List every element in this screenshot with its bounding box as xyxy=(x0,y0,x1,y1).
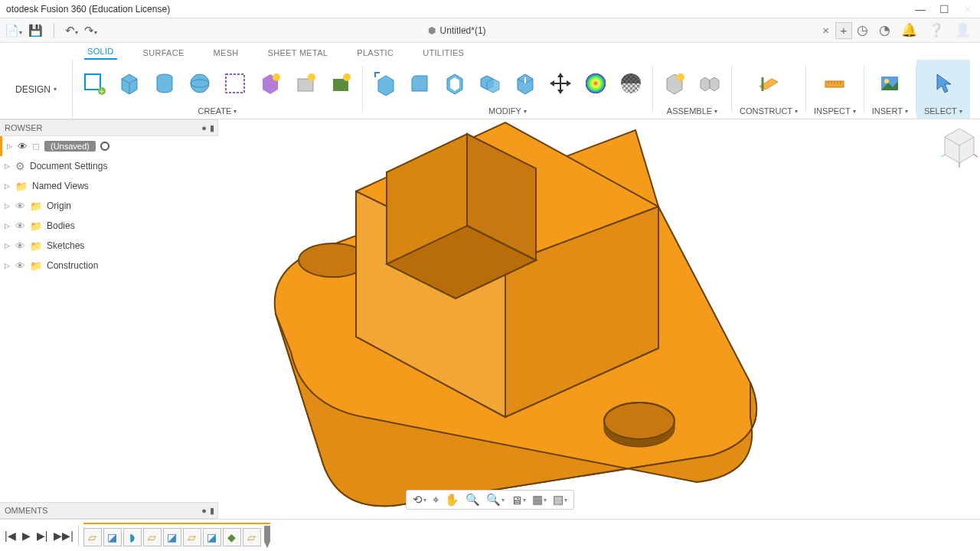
timeline-play-button[interactable]: ▶ xyxy=(22,530,31,542)
activate-radio-icon[interactable] xyxy=(100,142,109,151)
svg-point-17 xyxy=(621,73,641,93)
pan-icon[interactable]: ✋ xyxy=(445,493,459,507)
svg-text:+: + xyxy=(100,87,104,96)
viewport-3d[interactable] xyxy=(230,115,781,513)
workspace-switcher[interactable]: DESIGN▾ xyxy=(0,60,73,119)
move-icon[interactable] xyxy=(547,70,574,97)
help-icon[interactable]: ❔ xyxy=(928,22,944,38)
zoom-window-icon[interactable]: 🔍▾ xyxy=(486,493,505,507)
view-cube[interactable] xyxy=(940,126,978,168)
expand-icon[interactable]: ▷ xyxy=(3,162,11,170)
tab-utilities[interactable]: UTILITIES xyxy=(420,46,467,60)
tab-solid[interactable]: SOLID xyxy=(84,44,117,60)
browser-item[interactable]: ▷👁📁Sketches xyxy=(0,236,218,256)
tab-surface[interactable]: SURFACE xyxy=(140,46,188,60)
expand-icon[interactable]: ▷ xyxy=(3,262,11,269)
comments-collapse-dot[interactable]: ● xyxy=(201,506,207,515)
svg-point-7 xyxy=(273,73,280,81)
tab-plastic[interactable]: PLASTIC xyxy=(354,46,397,60)
save-button[interactable]: 💾 xyxy=(28,24,43,37)
display-settings-icon[interactable]: 🖥▾ xyxy=(511,494,526,507)
offset-face-icon[interactable] xyxy=(511,70,539,97)
browser-item[interactable]: ▷👁📁Origin xyxy=(0,196,218,216)
browser-collapse-bar[interactable]: ▮ xyxy=(210,123,213,133)
browser-item[interactable]: ▷⚙Document Settings xyxy=(0,156,218,176)
orbit-icon[interactable]: ⟲▾ xyxy=(413,493,426,507)
timeline-end-button[interactable]: ▶▶| xyxy=(54,530,74,542)
look-at-icon[interactable]: ⌖ xyxy=(433,493,439,507)
viewport-layout-icon[interactable]: ▤▾ xyxy=(553,493,567,507)
browser-header: ROWSER ●▮ xyxy=(0,119,218,136)
material-icon[interactable] xyxy=(617,70,645,97)
browser-item[interactable]: ▷👁📁Construction xyxy=(0,256,218,276)
plane-icon[interactable] xyxy=(755,70,782,97)
timeline-item[interactable]: ◆ xyxy=(223,528,241,546)
visibility-icon[interactable]: 👁 xyxy=(15,240,25,252)
document-tab[interactable]: ⬢ Untitled*(1) xyxy=(97,25,816,36)
close-button[interactable]: ✕ xyxy=(963,3,972,15)
expand-icon[interactable]: ▷ xyxy=(3,182,11,190)
measure-icon[interactable] xyxy=(821,70,848,97)
tab-sheet-metal[interactable]: SHEET METAL xyxy=(265,46,332,60)
emboss-icon[interactable] xyxy=(292,70,319,97)
grid-settings-icon[interactable]: ▦▾ xyxy=(532,493,547,507)
job-status-icon[interactable]: ◔ xyxy=(879,22,890,38)
shell-icon[interactable] xyxy=(441,70,469,97)
timeline-start-button[interactable]: |◀ xyxy=(5,530,16,542)
sphere-icon[interactable] xyxy=(186,70,214,97)
cylinder-icon[interactable] xyxy=(151,70,178,97)
browser-item[interactable]: ▷👁📁Bodies xyxy=(0,216,218,236)
joint-icon[interactable] xyxy=(696,70,724,97)
timeline-item[interactable]: ▱ xyxy=(143,528,162,546)
timeline-marker[interactable] xyxy=(264,526,270,549)
new-component-icon[interactable] xyxy=(661,70,688,97)
timeline-item[interactable]: ▱ xyxy=(83,528,102,546)
pcb-icon[interactable] xyxy=(327,70,354,97)
document-tab-close[interactable]: × xyxy=(816,24,835,37)
timeline-item[interactable]: ▱ xyxy=(183,528,201,546)
redo-button[interactable]: ↷▾ xyxy=(84,24,97,37)
visibility-icon[interactable]: 👁 xyxy=(15,220,25,232)
maximize-button[interactable]: ☐ xyxy=(939,3,949,15)
appearance-icon[interactable] xyxy=(582,70,609,97)
expand-icon[interactable]: ▷ xyxy=(3,242,11,249)
press-pull-icon[interactable] xyxy=(371,70,398,97)
expand-icon[interactable]: ▷ xyxy=(3,202,11,210)
browser-collapse-dot[interactable]: ● xyxy=(201,123,207,132)
select-icon[interactable] xyxy=(929,70,957,97)
expand-icon[interactable]: ▷ xyxy=(3,222,11,230)
timeline-item[interactable]: ◪ xyxy=(103,528,122,546)
svg-rect-6 xyxy=(226,74,244,93)
combine-icon[interactable] xyxy=(476,70,504,97)
file-menu-button[interactable]: 📄▾ xyxy=(5,24,22,37)
minimize-button[interactable]: — xyxy=(915,3,926,15)
extensions-icon[interactable]: ◷ xyxy=(857,22,868,38)
tab-mesh[interactable]: MESH xyxy=(211,46,242,60)
notifications-icon[interactable]: 🔔 xyxy=(901,22,917,38)
fillet-icon[interactable] xyxy=(406,70,433,97)
browser-item[interactable]: ▷📁Named Views xyxy=(0,176,218,196)
visibility-icon[interactable]: 👁 xyxy=(15,260,25,272)
timeline-step-button[interactable]: ▶| xyxy=(37,530,48,542)
timeline-item[interactable]: ◪ xyxy=(203,528,221,546)
visibility-icon[interactable]: 👁 xyxy=(15,201,25,212)
browser-root[interactable]: ▷ 👁 ◻ (Unsaved) xyxy=(0,136,218,156)
user-icon[interactable]: 👤 xyxy=(955,22,971,38)
expand-icon[interactable]: ▷ xyxy=(5,142,13,150)
timeline-item[interactable]: ▱ xyxy=(243,528,261,546)
zoom-icon[interactable]: 🔍 xyxy=(466,493,480,507)
sketch-icon[interactable]: + xyxy=(80,70,108,97)
new-document-button[interactable]: + xyxy=(835,22,852,39)
insert-icon[interactable] xyxy=(876,70,903,97)
timeline-item[interactable]: ◪ xyxy=(163,528,181,546)
undo-button[interactable]: ↶▾ xyxy=(65,24,78,37)
derive-icon[interactable] xyxy=(256,70,284,97)
form-icon[interactable] xyxy=(221,70,249,97)
browser-item-label: Named Views xyxy=(32,181,89,191)
svg-point-4 xyxy=(191,74,209,93)
visibility-icon[interactable]: 👁 xyxy=(18,141,28,152)
browser-title: ROWSER xyxy=(5,123,43,132)
comments-collapse-bar[interactable]: ▮ xyxy=(210,506,213,516)
timeline-item[interactable]: ◗ xyxy=(123,528,142,546)
box-icon[interactable] xyxy=(116,70,143,97)
